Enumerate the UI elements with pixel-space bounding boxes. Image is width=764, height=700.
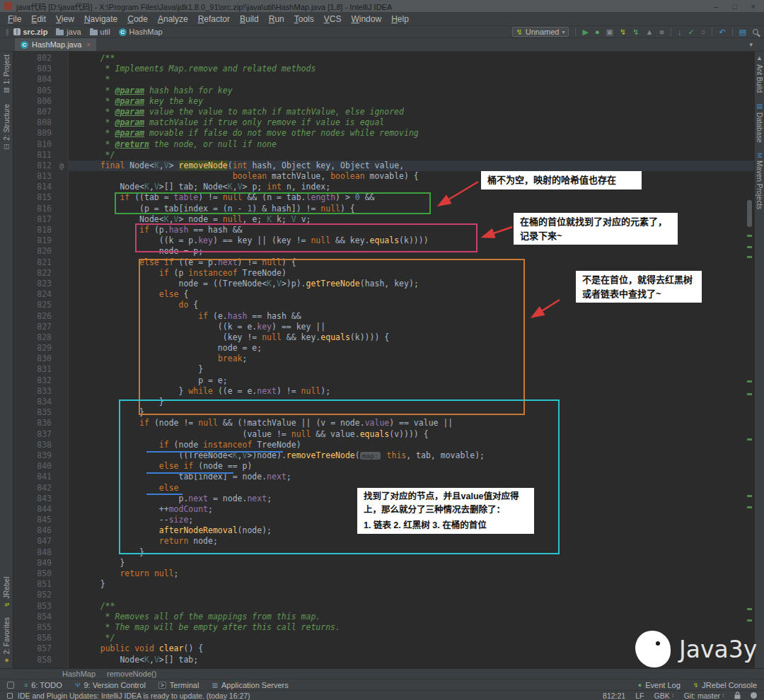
code-line-832[interactable]: 832 p = e; [13, 375, 754, 386]
hidden-tabs-chevron-icon[interactable]: ▾ [749, 41, 753, 48]
code-line-803[interactable]: 803 * Implements Map.remove and related … [13, 64, 754, 74]
tab-hashmap-java[interactable]: C HashMap.java × [15, 38, 96, 51]
search-everywhere-icon[interactable] [753, 29, 758, 35]
tool-window-button-9-version-control[interactable]: Ψ9: Version Control [75, 681, 146, 689]
scrollbar-thumb[interactable] [747, 200, 752, 227]
menu-analyze[interactable]: Analyze [153, 13, 193, 25]
code-line-841[interactable]: 841 tab[index] = node.next; [13, 472, 754, 482]
menu-file[interactable]: File [3, 13, 26, 25]
vcs-update-icon[interactable]: ↓ [678, 28, 682, 36]
code-line-838[interactable]: 838 if (node instanceof TreeNode) [13, 440, 754, 450]
code-line-821[interactable]: 821 else if ((e = p.next) != null) { [13, 257, 754, 268]
breadcrumb-src-zip[interactable]: src.zip [13, 28, 48, 36]
code-line-853[interactable]: 853 /** [13, 601, 754, 612]
menu-view[interactable]: View [51, 13, 79, 25]
menu-window[interactable]: Window [346, 13, 386, 25]
code-editor[interactable]: 802 /**803 * Implements Map.remove and r… [13, 52, 754, 668]
run-configuration-select[interactable]: ↯Unnamed▾ [512, 27, 569, 37]
tool-window-button-event-log[interactable]: ●Event Log [638, 681, 681, 689]
menu-refactor[interactable]: Refactor [193, 13, 235, 25]
breadcrumb-class[interactable]: HashMap [62, 670, 96, 678]
vcs-commit-icon[interactable]: ✓ [688, 28, 695, 36]
stripe-item-2-structure[interactable]: ◫2: Structure [3, 104, 11, 151]
code-line-831[interactable]: 831 } [13, 364, 754, 375]
tool-window-button-terminal[interactable]: >Terminal [158, 681, 199, 689]
code-line-814[interactable]: 814 Node<K,V>[] tab; Node<K,V> p; int n,… [13, 182, 754, 192]
stripe-item-1-project[interactable]: ▤1: Project [3, 54, 11, 94]
jrebel-debug-icon[interactable]: ↯ [632, 28, 639, 36]
line-ending-widget[interactable]: LF [635, 692, 644, 700]
menu-code[interactable]: Code [122, 13, 153, 25]
code-line-833[interactable]: 833 } while ((e = e.next) != null); [13, 386, 754, 397]
code-line-830[interactable]: 830 break; [13, 354, 754, 364]
minimize-button[interactable]: – [714, 2, 718, 11]
code-line-806[interactable]: 806 * @param key the key [13, 96, 754, 107]
menu-tools[interactable]: Tools [289, 13, 319, 25]
menu-help[interactable]: Help [386, 13, 414, 25]
code-line-826[interactable]: 826 if (e.hash == hash && [13, 311, 754, 322]
menu-run[interactable]: Run [264, 13, 289, 25]
code-line-836[interactable]: 836 if (node != null && (!matchValue || … [13, 418, 754, 428]
code-line-851[interactable]: 851 } [13, 579, 754, 590]
menu-vcs[interactable]: VCS [319, 13, 347, 25]
code-line-849[interactable]: 849 } [13, 558, 754, 568]
code-line-827[interactable]: 827 ((k = e.key) == key || [13, 322, 754, 332]
profile-icon[interactable]: ▲ [645, 28, 653, 36]
hector-inspector-icon[interactable] [751, 692, 757, 699]
editor-scrollbar[interactable] [746, 52, 754, 668]
status-message[interactable]: IDE and Plugin Updates: IntelliJ IDEA is… [18, 692, 250, 700]
tool-window-button-jrebel-console[interactable]: ↯JRebel Console [693, 681, 757, 689]
caret-position-widget[interactable]: 812:21 [603, 692, 625, 700]
code-line-848[interactable]: 848 } [13, 547, 754, 558]
stripe-item-database[interactable]: ▤Database [756, 103, 763, 143]
code-line-829[interactable]: 829 node = e; [13, 343, 754, 354]
code-line-808[interactable]: 808 * @param matchValue if true only rem… [13, 117, 754, 128]
breadcrumb-method[interactable]: removeNode() [107, 670, 156, 678]
jrebel-run-icon[interactable]: ↯ [620, 28, 626, 36]
code-line-820[interactable]: 820 node = p; [13, 246, 754, 257]
stripe-item-2-favorites[interactable]: ★2: Favorites [3, 617, 11, 664]
undo-icon[interactable]: ↶ [719, 28, 725, 36]
code-line-835[interactable]: 835 } [13, 407, 754, 418]
code-line-812[interactable]: 812@ final Node<K,V> removeNode(int hash… [13, 161, 754, 171]
code-line-807[interactable]: 807 * @param value the value to match if… [13, 107, 754, 117]
code-line-802[interactable]: 802 /** [13, 53, 754, 64]
coverage-icon[interactable]: ▣ [606, 28, 613, 36]
code-line-810[interactable]: 810 * @return the node, or null if none [13, 139, 754, 150]
code-line-852[interactable]: 852 [13, 590, 754, 600]
code-line-837[interactable]: 837 (value != null && value.equals(v))))… [13, 429, 754, 440]
menu-edit[interactable]: Edit [26, 13, 51, 25]
code-line-847[interactable]: 847 return node; [13, 536, 754, 547]
code-line-834[interactable]: 834 } [13, 397, 754, 407]
code-line-804[interactable]: 804 * [13, 74, 754, 85]
close-button[interactable]: × [751, 2, 756, 11]
tool-window-button-application-servers[interactable]: ▥Application Servers [212, 681, 288, 689]
code-line-813[interactable]: 813 boolean matchValue, boolean movable)… [13, 171, 754, 182]
breadcrumb-java[interactable]: java [56, 28, 81, 36]
git-branch-widget[interactable]: Git: master↕ [684, 692, 724, 700]
stripe-item-ant-build[interactable]: ▲Ant Build [756, 54, 763, 93]
stripe-item-maven-projects[interactable]: MMaven Projects [756, 153, 763, 209]
code-line-854[interactable]: 854 * Removes all of the mappings from t… [13, 612, 754, 622]
maximize-button[interactable]: □ [732, 2, 737, 11]
tool-window-button-6-todo[interactable]: ≡6: TODO [24, 681, 62, 689]
code-line-840[interactable]: 840 else if (node == p) [13, 461, 754, 472]
copy-icon[interactable]: ▤ [739, 28, 746, 36]
code-line-839[interactable]: 839 ((TreeNode<K,V>)node).removeTreeNode… [13, 450, 754, 461]
revert-icon[interactable]: ○ [701, 28, 706, 36]
menu-build[interactable]: Build [235, 13, 264, 25]
code-line-805[interactable]: 805 * @param hash hash for key [13, 86, 754, 96]
breadcrumb-hashmap[interactable]: CHashMap [119, 28, 163, 36]
code-line-850[interactable]: 850 return null; [13, 568, 754, 579]
menu-navigate[interactable]: Navigate [79, 13, 122, 25]
debug-icon[interactable]: ● [595, 28, 600, 36]
readonly-lock-icon[interactable] [734, 692, 741, 699]
code-line-811[interactable]: 811 */ [13, 150, 754, 161]
code-line-815[interactable]: 815 if ((tab = table) != null && (n = ta… [13, 192, 754, 203]
run-icon[interactable]: ▶ [582, 28, 588, 36]
tab-close-icon[interactable]: × [86, 41, 91, 49]
tool-window-switcher-icon[interactable] [7, 682, 14, 689]
stop-icon[interactable]: ■ [659, 28, 664, 36]
stripe-item-jrebel[interactable]: ↯JRebel [3, 577, 11, 607]
code-line-828[interactable]: 828 (key != null && key.equals(k)))) { [13, 332, 754, 343]
